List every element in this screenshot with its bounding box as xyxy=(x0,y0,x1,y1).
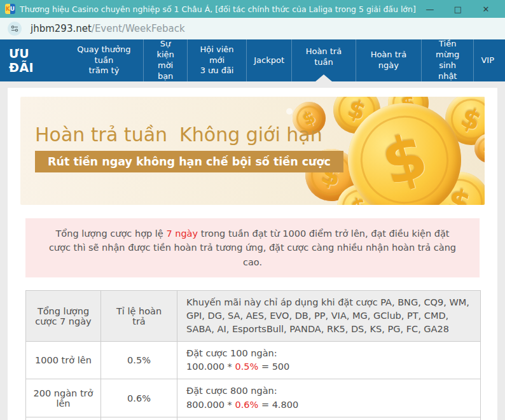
row-rate: 0.5% xyxy=(101,342,177,379)
window-controls: — □ ✕ xyxy=(416,0,500,18)
promo-notice: Tổng lượng cược hợp lệ 7 ngày trong tuần… xyxy=(25,218,480,277)
nav-item-quay-thuong-tuan[interactable]: Quay thưởng tuần trăm tỷ xyxy=(64,39,143,81)
nav-item-su-kien-moi-ban[interactable]: Sự kiện mời bạn xyxy=(143,39,187,81)
nav-list: Quay thưởng tuần trăm tỷ Sự kiện mời bạn… xyxy=(64,39,501,81)
window-titlebar: KU Thương hiệu Casino chuyên nghiệp số 1… xyxy=(0,0,505,18)
header-rebate-rate: Tỉ lệ hoàn trả xyxy=(101,291,177,342)
url-domain: jhbm293.net xyxy=(31,23,92,34)
calc-rate: 0.6% xyxy=(235,400,258,410)
nav-item-hoan-tra-tuan[interactable]: Hoàn trả tuần xyxy=(291,39,356,81)
tune-icon xyxy=(11,25,18,32)
promo-nav-bar: ƯU ĐÃI Quay thưởng tuần trăm tỷ Sự kiện … xyxy=(0,39,505,81)
calc-suffix: = 500 xyxy=(258,361,289,372)
table-row: 200 ngàn trở lên 0.6% Đặt cược 800 ngàn:… xyxy=(26,379,481,417)
minimize-icon: — xyxy=(426,4,434,14)
nav-item-hoi-vien-moi[interactable]: Hội viên mới 3 ưu đãi xyxy=(187,39,246,81)
calc-prefix: 800.000 * xyxy=(186,400,235,410)
nav-item-tien-mung-sinh-nhat[interactable]: Tiền mừng sinh nhật xyxy=(421,39,474,81)
site-settings-icon[interactable] xyxy=(8,22,22,36)
row-rate: 0.7% xyxy=(101,417,177,420)
row-amount: 1000 trở lên xyxy=(26,342,101,379)
rebate-table: Tổng lượng cược 7 ngày Tỉ lệ hoàn trả Kh… xyxy=(25,290,481,420)
table-row: 1000 trở lên 0.5% Đặt cược 100 ngàn: 100… xyxy=(26,342,481,379)
banner-subtitle: Rút tiền ngay không hạn chế bội số tiền … xyxy=(35,151,343,172)
ku-favicon-icon: KU xyxy=(5,4,15,14)
banner-title: Hoàn trả tuần Không giới hạn xyxy=(35,123,322,146)
header-total-bets: Tổng lượng cược 7 ngày xyxy=(26,291,101,342)
calc-prefix: 100.000 * xyxy=(186,361,235,372)
table-header-row: Tổng lượng cược 7 ngày Tỉ lệ hoàn trả Kh… xyxy=(26,291,481,342)
header-promo-conditions: Khuyến mãi này chỉ áp dụng khi đặt cược … xyxy=(177,291,481,342)
calc-suffix: = 4.800 xyxy=(258,400,298,410)
maximize-icon: □ xyxy=(454,4,462,14)
row-amount: 200 ngàn trở lên xyxy=(26,379,101,417)
sparkle-dot xyxy=(286,108,293,115)
nav-item-vip[interactable]: VIP xyxy=(473,39,501,81)
window-title: Thương hiệu Casino chuyên nghiệp số 1 Ch… xyxy=(20,4,416,14)
calc-rate: 0.5% xyxy=(235,361,258,372)
row-amount: 1 triệu trở lên xyxy=(26,417,101,420)
row-example: Đặt cược 800 ngàn: 800.000 * 0.6% = 4.80… xyxy=(177,379,481,417)
example-title: Đặt cược 100 ngàn: xyxy=(186,348,277,358)
row-example: Đặt cược 1,2 triệu điểm: 1.200.000 * 0.7… xyxy=(177,417,481,420)
maximize-button[interactable]: □ xyxy=(444,0,472,18)
example-title: Đặt cược 800 ngàn: xyxy=(186,386,277,396)
minimize-button[interactable]: — xyxy=(416,0,444,18)
nav-item-jackpot[interactable]: Jackpot xyxy=(246,39,291,81)
page-content: $ $ $ $ $ $ $ $ $ Hoàn trả tuần Không gi… xyxy=(0,81,505,420)
address-bar: jhbm293.net/Event/WeekFeback xyxy=(0,18,505,39)
url-text[interactable]: jhbm293.net/Event/WeekFeback xyxy=(31,23,185,34)
favicon-letter-k: K xyxy=(6,6,10,12)
notice-highlight: 7 ngày xyxy=(166,228,198,239)
close-button[interactable]: ✕ xyxy=(472,0,500,18)
notice-text-prefix: Tổng lượng cược hợp lệ xyxy=(56,228,167,239)
nav-brand-uudai: ƯU ĐÃI xyxy=(9,39,64,81)
table-row: 1 triệu trở lên 0.7% Đặt cược 1,2 triệu … xyxy=(26,417,481,420)
row-example: Đặt cược 100 ngàn: 100.000 * 0.5% = 500 xyxy=(177,342,481,379)
nav-item-hoan-tra-ngay[interactable]: Hoàn trả ngày xyxy=(356,39,421,81)
close-icon: ✕ xyxy=(483,4,490,14)
row-rate: 0.6% xyxy=(101,379,177,417)
url-path: /Event/WeekFeback xyxy=(92,23,185,34)
promo-card: $ $ $ $ $ $ $ $ $ Hoàn trả tuần Không gi… xyxy=(8,88,497,420)
favicon-letter-u: U xyxy=(10,6,15,12)
promo-banner: $ $ $ $ $ $ $ $ $ Hoàn trả tuần Không gi… xyxy=(20,97,485,205)
